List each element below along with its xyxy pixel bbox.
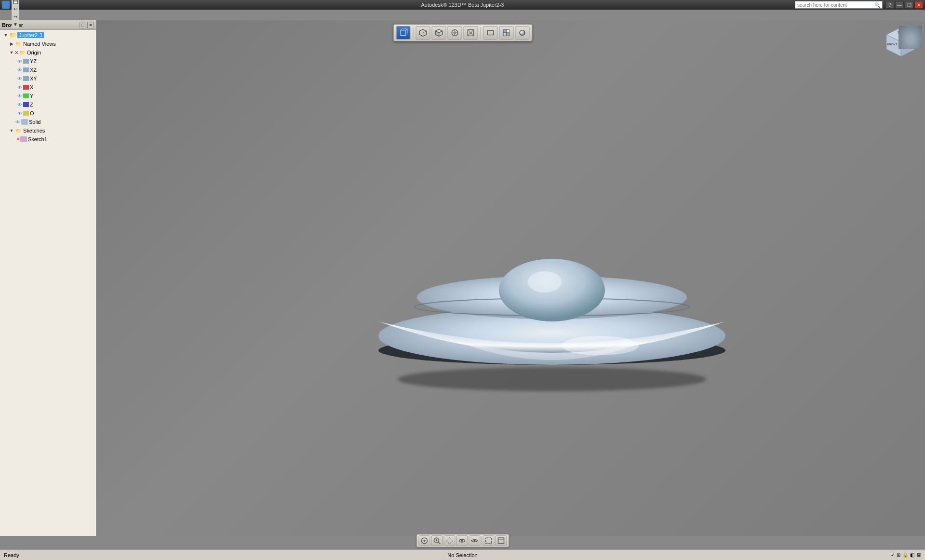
- app-logo: [2, 1, 10, 9]
- look-icon: [470, 537, 478, 545]
- plane-icon-xy: [23, 76, 29, 81]
- tree-item-jupiter[interactable]: ▼ 📁 Jupiter2-3: [0, 31, 96, 40]
- tree-label-y: Y: [30, 93, 33, 99]
- pan-button[interactable]: [443, 535, 455, 546]
- tree-label-origin: Origin: [27, 50, 41, 55]
- tree-item-x[interactable]: 👁 X: [0, 83, 96, 92]
- status-lock-icon: 🔒: [902, 552, 908, 558]
- view-render-button[interactable]: [515, 26, 529, 40]
- svg-rect-34: [503, 33, 506, 36]
- circle-select-button[interactable]: [418, 535, 430, 546]
- axis-icon-x: [23, 85, 29, 90]
- bt-sep-1: [481, 536, 482, 545]
- 3d-viewport[interactable]: TOP RIGHT FRONT: [96, 20, 925, 536]
- tree-item-sketches[interactable]: ▼ 📁 Sketches: [0, 126, 96, 135]
- tree-label-x: X: [30, 84, 33, 90]
- view-perspective-button[interactable]: [463, 26, 478, 40]
- home-view-icon: [399, 28, 407, 37]
- x-icon-sketch1: ✕: [16, 137, 20, 142]
- svg-rect-47: [485, 538, 491, 544]
- tree-item-origin[interactable]: ▼ ✕ 📁 Origin: [0, 48, 96, 57]
- svg-point-46: [473, 540, 475, 542]
- svg-rect-31: [487, 31, 494, 35]
- svg-point-39: [423, 540, 425, 542]
- tree-label-sketch1: Sketch1: [28, 136, 47, 142]
- svg-rect-29: [487, 31, 494, 35]
- svg-rect-28: [469, 32, 471, 34]
- axis-icon-y: [23, 93, 29, 98]
- orbit-button[interactable]: [456, 535, 468, 546]
- point-icon-o: [23, 111, 29, 116]
- save-btn[interactable]: 💾: [12, 0, 19, 5]
- tree-label-named-views: Named Views: [23, 41, 56, 47]
- tree-arrow-jupiter[interactable]: ▼: [3, 32, 9, 38]
- help-button[interactable]: ?: [885, 1, 894, 9]
- tree-label-o: O: [30, 110, 34, 116]
- fullscreen-button[interactable]: [495, 535, 507, 546]
- restore-button[interactable]: ❐: [905, 1, 913, 9]
- svg-rect-33: [506, 30, 509, 33]
- vis-icon-o: 👁: [16, 110, 23, 116]
- app-title: Autodesk® 123D™ Beta Jupiter2-3: [421, 2, 504, 8]
- minimize-button[interactable]: —: [895, 1, 904, 9]
- undo-btn[interactable]: ↩: [12, 5, 19, 13]
- top-view-icon: [434, 28, 443, 37]
- vt-sep-2: [480, 27, 481, 39]
- tree-item-xz[interactable]: 👁 XZ: [0, 66, 96, 74]
- tree-item-yz[interactable]: 👁 YZ: [0, 57, 96, 66]
- orbit-icon: [458, 537, 466, 545]
- tree-item-solid[interactable]: 👁 Solid: [0, 118, 96, 126]
- tree-arrow-origin[interactable]: ▼: [9, 50, 14, 55]
- circle-select-icon: [420, 537, 428, 545]
- ufo-shadow: [398, 367, 706, 391]
- svg-rect-6: [401, 30, 406, 36]
- tree-item-named-views[interactable]: ▶ 📁 Named Views: [0, 40, 96, 48]
- search-bar[interactable]: 🔍: [795, 1, 883, 9]
- right-view-icon: [450, 28, 459, 37]
- view-toolbar: [393, 24, 532, 41]
- tree-arrow-named-views[interactable]: ▶: [9, 41, 14, 47]
- bottom-toolbar: [416, 534, 509, 547]
- zoom-extents-button[interactable]: [431, 535, 442, 546]
- vt-sep-1: [413, 27, 413, 39]
- svg-point-45: [461, 540, 463, 542]
- redo-btn[interactable]: ↪: [12, 13, 19, 20]
- tree-label-sketches: Sketches: [23, 128, 45, 133]
- title-bar-left: 🖹 📂 💾 ↩ ↪ ▼: [2, 0, 19, 28]
- view-front-button[interactable]: [416, 26, 430, 40]
- search-icon: 🔍: [874, 2, 880, 8]
- view-top-button[interactable]: [431, 26, 446, 40]
- perspective-icon: [466, 28, 475, 37]
- dropdown-btn[interactable]: ▼: [12, 20, 19, 28]
- folder-icon-jupiter: 📁: [9, 31, 16, 39]
- tree-item-z[interactable]: 👁 Z: [0, 100, 96, 109]
- svg-rect-48: [498, 538, 504, 544]
- window-select-button[interactable]: [483, 535, 494, 546]
- tree-arrow-sketches[interactable]: ▼: [9, 128, 14, 133]
- navigation-cube[interactable]: TOP RIGHT FRONT: [882, 25, 920, 64]
- status-selection: No Selection: [447, 552, 477, 558]
- tree-arrow-solid: [9, 119, 14, 125]
- view-wireframe-button[interactable]: [483, 26, 497, 40]
- browser-btn-1[interactable]: □: [80, 22, 86, 28]
- plane-icon-yz: [23, 59, 29, 64]
- look-button[interactable]: [469, 535, 480, 546]
- view-shaded-button[interactable]: [499, 26, 513, 40]
- tree-item-o[interactable]: 👁 O: [0, 109, 96, 118]
- tree-item-sketch1[interactable]: ✕ Sketch1: [0, 135, 96, 144]
- vis-icon-y: 👁: [16, 93, 23, 99]
- folder-icon-sketches: 📁: [14, 127, 22, 134]
- tree-label-jupiter: Jupiter2-3: [17, 32, 44, 38]
- render-icon: [518, 28, 526, 37]
- tree-item-xy[interactable]: 👁 XY: [0, 74, 96, 83]
- search-input[interactable]: [797, 2, 874, 8]
- browser-btn-2[interactable]: ×: [87, 22, 94, 28]
- view-right-button[interactable]: [447, 26, 462, 40]
- tree-item-y[interactable]: 👁 Y: [0, 92, 96, 100]
- svg-line-13: [423, 31, 426, 33]
- tree-label-yz: YZ: [30, 58, 37, 64]
- view-home-button[interactable]: [396, 26, 410, 40]
- tree-label-solid: Solid: [29, 119, 40, 125]
- close-button[interactable]: ✕: [914, 1, 923, 9]
- svg-point-37: [520, 30, 525, 36]
